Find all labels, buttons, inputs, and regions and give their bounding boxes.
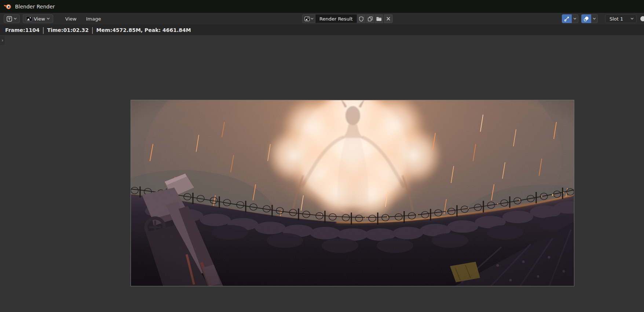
close-x-icon <box>386 17 391 21</box>
new-image-button[interactable] <box>366 14 374 23</box>
gizmos-dropdown[interactable] <box>572 14 578 23</box>
unlink-image-button[interactable] <box>384 14 393 23</box>
render-memory-stat: Mem:4572.85M, Peak: 4661.84M <box>96 27 191 33</box>
open-image-button[interactable] <box>374 14 383 23</box>
blender-render-window: { "window": { "title": "Blender Render",… <box>0 0 644 312</box>
render-slot-dropdown[interactable]: Slot 1 <box>605 14 637 23</box>
render-slot-label: Slot 1 <box>610 16 623 22</box>
gizmo-arrow-icon <box>564 16 570 22</box>
gizmos-toggle[interactable] <box>562 14 572 23</box>
image-datablock-selector: Render Result <box>302 14 393 23</box>
display-channels-button[interactable] <box>640 14 644 23</box>
overlays-toggle[interactable] <box>581 14 591 23</box>
editor-mode-dropdown[interactable]: View <box>23 14 53 23</box>
chevron-down-icon <box>47 18 50 20</box>
mode-dropdown-label: View <box>34 16 45 22</box>
render-result-image <box>131 100 574 286</box>
color-circle-icon <box>640 15 644 22</box>
sidebar-toggle-glyph: › <box>1 37 3 43</box>
render-time-stat: Time:01:02.32 <box>47 27 88 33</box>
chevron-down-icon <box>14 18 17 20</box>
stat-separator: | <box>92 26 94 34</box>
window-titlebar: Blender Render <box>0 0 644 13</box>
shield-icon <box>359 16 364 22</box>
chevron-down-icon <box>311 18 314 20</box>
sidebar-toggle-arrow[interactable]: › <box>0 36 5 45</box>
menu-image[interactable]: Image <box>83 15 105 23</box>
image-browse-icon <box>304 17 310 21</box>
menu-view[interactable]: View <box>62 15 80 23</box>
chevron-down-icon <box>593 18 596 20</box>
folder-icon <box>376 17 382 21</box>
duplicate-icon <box>367 16 373 22</box>
blender-logo-icon <box>4 3 11 10</box>
browse-image-dropdown[interactable] <box>302 14 315 23</box>
chevron-down-icon <box>573 18 577 20</box>
render-artwork <box>131 100 574 286</box>
render-frame-stat: Frame:1104 <box>5 27 40 33</box>
fake-user-button[interactable] <box>357 14 366 23</box>
header-right-controls: Slot 1 <box>562 14 644 23</box>
stat-separator: | <box>43 26 44 34</box>
window-title: Blender Render <box>15 4 55 10</box>
render-info-bar: Frame:1104 | Time:01:02.32 | Mem:4572.85… <box>0 25 644 35</box>
image-thumbnail-icon <box>26 16 32 21</box>
chevron-down-icon <box>630 18 634 20</box>
image-name-field[interactable]: Render Result <box>315 14 357 23</box>
overlays-icon <box>583 16 589 22</box>
editor-type-dropdown[interactable] <box>4 14 20 23</box>
image-editor-header: View View Image Render Result <box>0 13 644 25</box>
image-editor-viewport[interactable]: › <box>0 35 644 312</box>
overlays-dropdown[interactable] <box>591 14 598 23</box>
image-editor-icon <box>7 16 12 22</box>
